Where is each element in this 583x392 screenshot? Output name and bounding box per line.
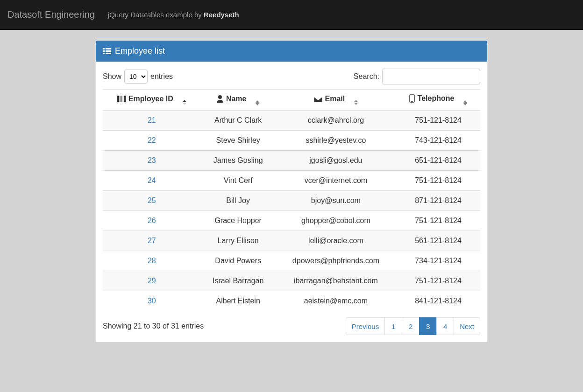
svg-rect-5 [106, 53, 111, 54]
panel-heading: Employee list [96, 41, 487, 62]
pagination: Previous1234Next [346, 317, 480, 335]
cell-name: James Gosling [201, 151, 276, 171]
cell-phone: 651-121-8124 [396, 151, 480, 171]
employee-id-link[interactable]: 25 [148, 196, 156, 204]
svg-rect-9 [121, 96, 121, 102]
column-label: Email [325, 95, 345, 103]
person-icon [217, 95, 223, 103]
svg-rect-6 [117, 96, 118, 102]
cell-email: cclark@ahrcl.org [276, 111, 396, 131]
employee-panel: Employee list Show 10 entries Search: [95, 40, 488, 343]
cell-email: lelli@oracle.com [276, 231, 396, 251]
cell-phone: 734-121-8124 [396, 251, 480, 271]
column-header-email[interactable]: Email [276, 90, 396, 111]
pagination-previous[interactable]: Previous [346, 317, 385, 335]
sort-icon [463, 100, 467, 105]
envelope-icon [314, 96, 322, 102]
cell-name: David Powers [201, 251, 276, 271]
svg-rect-3 [106, 50, 111, 52]
cell-id: 23 [103, 151, 201, 171]
svg-rect-8 [120, 96, 120, 102]
cell-email: vcer@internet.com [276, 171, 396, 191]
cell-name: Bill Joy [201, 191, 276, 211]
search-input[interactable] [382, 69, 480, 84]
cell-name: Israel Barragan [201, 271, 276, 291]
cell-email: bjoy@sun.com [276, 191, 396, 211]
table-row: 25Bill Joybjoy@sun.com871-121-8124 [103, 191, 480, 211]
employee-id-link[interactable]: 22 [148, 136, 156, 144]
column-header-telephone[interactable]: Telephone [396, 90, 480, 111]
length-entries-label: entries [150, 72, 173, 81]
employee-id-link[interactable]: 23 [148, 156, 156, 164]
cell-phone: 751-121-8124 [396, 111, 480, 131]
pagination-page-1[interactable]: 1 [384, 317, 402, 335]
cell-phone: 751-121-8124 [396, 271, 480, 291]
sort-icon [354, 100, 358, 105]
table-info: Showing 21 to 30 of 31 entries [103, 322, 204, 330]
cell-id: 29 [103, 271, 201, 291]
table-row: 23James Goslingjgosli@gosl.edu651-121-81… [103, 151, 480, 171]
svg-point-14 [218, 95, 222, 99]
employee-id-link[interactable]: 28 [148, 257, 156, 265]
cell-email: ibarragan@behstant.com [276, 271, 396, 291]
length-select[interactable]: 10 [124, 70, 148, 84]
phone-icon [409, 94, 415, 103]
pagination-next[interactable]: Next [454, 317, 480, 335]
employee-id-link[interactable]: 29 [148, 277, 156, 285]
svg-rect-2 [103, 50, 105, 52]
svg-rect-11 [123, 96, 123, 102]
table-header-row: Employee IDNameEmailTelephone [103, 90, 480, 111]
employee-id-link[interactable]: 26 [148, 217, 156, 224]
column-header-employee-id[interactable]: Employee ID [103, 90, 201, 111]
cell-phone: 751-121-8124 [396, 211, 480, 231]
panel-title: Employee list [115, 46, 165, 56]
cell-id: 25 [103, 191, 201, 211]
cell-id: 21 [103, 111, 201, 131]
employee-id-link[interactable]: 27 [148, 237, 156, 245]
employee-id-link[interactable]: 21 [148, 116, 156, 124]
table-row: 21Arthur C Clarkcclark@ahrcl.org751-121-… [103, 111, 480, 131]
svg-rect-10 [121, 96, 122, 102]
column-header-name[interactable]: Name [201, 90, 276, 111]
pagination-page-2[interactable]: 2 [402, 317, 419, 335]
svg-rect-12 [124, 96, 125, 102]
pagination-page-3[interactable]: 3 [419, 317, 437, 335]
cell-name: Arthur C Clark [201, 111, 276, 131]
navbar-subtitle: jQuery Datatables example by Reedyseth [108, 11, 239, 19]
cell-name: Vint Cerf [201, 171, 276, 191]
cell-name: Grace Hopper [201, 211, 276, 231]
svg-rect-1 [106, 48, 111, 49]
table-row: 29Israel Barraganibarragan@behstant.com7… [103, 271, 480, 291]
svg-rect-0 [103, 48, 105, 49]
employee-id-link[interactable]: 24 [148, 176, 156, 184]
sort-icon [256, 100, 259, 105]
search-label: Search: [354, 72, 379, 81]
sort-icon [183, 100, 186, 105]
cell-email: ghopper@cobol.com [276, 211, 396, 231]
cell-phone: 871-121-8124 [396, 191, 480, 211]
length-control: Show 10 entries [103, 70, 173, 84]
cell-email: jgosli@gosl.edu [276, 151, 396, 171]
cell-id: 24 [103, 171, 201, 191]
cell-id: 28 [103, 251, 201, 271]
list-icon [103, 48, 111, 55]
table-row: 26Grace Hopperghopper@cobol.com751-121-8… [103, 211, 480, 231]
cell-phone: 561-121-8124 [396, 231, 480, 251]
navbar-subtitle-author: Reedyseth [204, 11, 239, 19]
cell-name: Albert Eistein [201, 291, 276, 311]
cell-id: 30 [103, 291, 201, 311]
cell-name: Larry Ellison [201, 231, 276, 251]
cell-id: 22 [103, 131, 201, 151]
navbar: Datasoft Engineering jQuery Datatables e… [0, 0, 583, 30]
cell-id: 26 [103, 211, 201, 231]
svg-rect-13 [125, 96, 126, 102]
cell-id: 27 [103, 231, 201, 251]
navbar-subtitle-prefix: jQuery Datatables example by [108, 11, 204, 19]
column-label: Employee ID [128, 95, 173, 103]
navbar-brand[interactable]: Datasoft Engineering [7, 9, 95, 20]
table-row: 28David Powersdpowers@phpfriends.com734-… [103, 251, 480, 271]
pagination-page-4[interactable]: 4 [436, 317, 454, 335]
employee-id-link[interactable]: 30 [148, 297, 156, 305]
cell-phone: 751-121-8124 [396, 171, 480, 191]
svg-rect-7 [118, 96, 119, 102]
